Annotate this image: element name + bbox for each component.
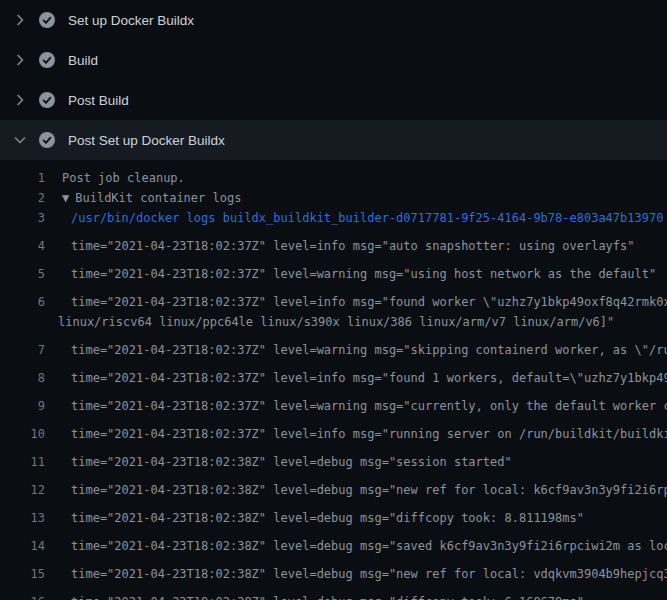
log-line: 5time="2021-04-23T18:02:37Z" level=warni… [0,256,667,284]
step-header-post-build[interactable]: Post Build [0,80,667,120]
log-line: 14time="2021-04-23T18:02:38Z" level=debu… [0,528,667,556]
check-circle-icon [39,92,55,108]
log-line-text: linux/riscv64 linux/ppc64le linux/s390x … [58,312,614,332]
log-line-number[interactable]: 5 [0,264,45,284]
chevron-right-icon [12,92,28,108]
log-group-label: BuildKit container logs [75,191,241,205]
job-steps-list: Set up Docker BuildxBuildPost BuildPost … [0,0,667,160]
log-line: 9time="2021-04-23T18:02:37Z" level=warni… [0,388,667,416]
step-label: Build [68,53,98,68]
log-line: 3/usr/bin/docker logs buildx_buildkit_bu… [0,208,667,228]
log-line: 15time="2021-04-23T18:02:38Z" level=debu… [0,556,667,584]
log-line-number[interactable]: 12 [0,480,45,500]
log-line-number[interactable]: 13 [0,508,45,528]
log-line-text: time="2021-04-23T18:02:37Z" level=info m… [71,424,667,444]
log-line-text: time="2021-04-23T18:02:38Z" level=debug … [71,452,512,472]
log-command-text: /usr/bin/docker logs buildx_buildkit_bui… [71,208,663,228]
log-line-number[interactable]: 3 [0,208,45,228]
log-line: 13time="2021-04-23T18:02:38Z" level=debu… [0,500,667,528]
log-line: 1Post job cleanup. [0,168,667,188]
chevron-down-icon [12,132,28,148]
log-line-text: time="2021-04-23T18:02:37Z" level=warnin… [71,396,667,416]
log-line: 6time="2021-04-23T18:02:37Z" level=info … [0,284,667,312]
log-line-text: time="2021-04-23T18:02:37Z" level=info m… [71,292,667,312]
log-line: 2▼BuildKit container logs [0,188,667,208]
log-line-text: time="2021-04-23T18:02:37Z" level=info m… [71,236,635,256]
log-line-number[interactable]: 4 [0,236,45,256]
log-lines-container: 1Post job cleanup.2▼BuildKit container l… [0,160,667,600]
step-header-build[interactable]: Build [0,40,667,80]
github-actions-log-page: { "colors": { "background": "#0a0d12", "… [0,0,667,600]
log-line: 4time="2021-04-23T18:02:37Z" level=info … [0,228,667,256]
log-line: 8time="2021-04-23T18:02:37Z" level=info … [0,360,667,388]
log-line-number[interactable]: 7 [0,340,45,360]
step-label: Post Build [68,93,129,108]
step-header-set-up-docker-buildx[interactable]: Set up Docker Buildx [0,0,667,40]
log-line-number[interactable]: 11 [0,452,45,472]
log-line: 7time="2021-04-23T18:02:37Z" level=warni… [0,332,667,360]
log-line: 16time="2021-04-23T18:02:38Z" level=debu… [0,584,667,600]
log-line-text: time="2021-04-23T18:02:37Z" level=info m… [71,368,667,388]
log-line-number[interactable]: 16 [0,592,45,600]
check-circle-icon [39,132,55,148]
log-line-number [0,312,45,332]
log-line-text: time="2021-04-23T18:02:38Z" level=debug … [71,508,584,528]
log-line-text: time="2021-04-23T18:02:38Z" level=debug … [71,480,667,500]
log-line-number[interactable]: 10 [0,424,45,444]
log-line-text: Post job cleanup. [62,168,185,188]
log-line: linux/riscv64 linux/ppc64le linux/s390x … [0,312,667,332]
step-header-post-set-up-docker-buildx[interactable]: Post Set up Docker Buildx [0,120,667,160]
log-line: 11time="2021-04-23T18:02:38Z" level=debu… [0,444,667,472]
log-line-number[interactable]: 2 [0,188,45,208]
log-line-text: time="2021-04-23T18:02:38Z" level=debug … [71,564,667,584]
check-circle-icon [39,52,55,68]
log-line: 12time="2021-04-23T18:02:38Z" level=debu… [0,472,667,500]
log-group-toggle-icon[interactable]: ▼ [62,188,69,208]
log-line-text: time="2021-04-23T18:02:37Z" level=warnin… [71,264,656,284]
chevron-right-icon [12,52,28,68]
log-line-number[interactable]: 6 [0,292,45,312]
log-line: 10time="2021-04-23T18:02:37Z" level=info… [0,416,667,444]
log-line-number[interactable]: 15 [0,564,45,584]
log-line-text: ▼BuildKit container logs [62,188,241,208]
log-line-number[interactable]: 9 [0,396,45,416]
log-line-text: time="2021-04-23T18:02:38Z" level=debug … [71,592,584,600]
chevron-right-icon [12,12,28,28]
check-circle-icon [39,12,55,28]
log-line-text: time="2021-04-23T18:02:37Z" level=warnin… [71,340,667,360]
log-line-number[interactable]: 14 [0,536,45,556]
log-line-number[interactable]: 1 [0,168,45,188]
log-line-number[interactable]: 8 [0,368,45,388]
step-label: Post Set up Docker Buildx [68,133,225,148]
step-label: Set up Docker Buildx [68,13,194,28]
log-line-text: time="2021-04-23T18:02:38Z" level=debug … [71,536,667,556]
